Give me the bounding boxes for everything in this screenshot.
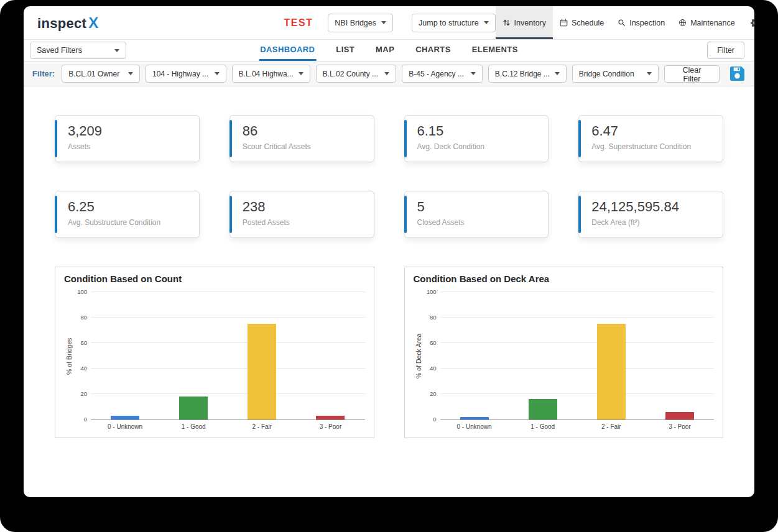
sort-icon bbox=[502, 19, 511, 27]
x-axis-labels: 0 - Unknown1 - Good2 - Fair3 - Poor bbox=[440, 423, 715, 430]
y-axis-title: % of Bridges bbox=[64, 292, 73, 420]
filter-dropdown-owner[interactable]: B.CL.01 Owner bbox=[62, 65, 140, 83]
filter-dropdown-county[interactable]: B.L.02 County ... bbox=[316, 65, 397, 83]
y-tick-label: 0 bbox=[433, 416, 436, 423]
nav-item-maintenance[interactable]: Maintenance bbox=[672, 6, 742, 39]
y-tick-label: 100 bbox=[427, 288, 437, 295]
filter-dropdown-value: B.C.12 Bridge ... bbox=[495, 70, 550, 78]
stat-card-closed-assets: 5 Closed Assets bbox=[404, 191, 549, 238]
stat-card-label: Scour Critical Assets bbox=[243, 142, 365, 151]
chevron-down-icon bbox=[381, 21, 386, 24]
settings-gear-button[interactable] bbox=[748, 18, 754, 28]
chart-bar bbox=[248, 324, 276, 420]
tab-list[interactable]: LIST bbox=[335, 40, 356, 61]
stat-card-label: Avg. Deck Condition bbox=[417, 142, 540, 151]
bar-slot bbox=[228, 292, 296, 420]
database-select[interactable]: NBI Bridges bbox=[328, 14, 393, 32]
y-tick-label: 80 bbox=[430, 314, 437, 321]
plot-column: 020406080100 0 - Unknown1 - Good2 - Fair… bbox=[73, 292, 365, 430]
stat-card-value: 6.25 bbox=[68, 199, 190, 215]
chart: % of Bridges 020406080100 0 - Unknown1 -… bbox=[64, 292, 365, 430]
filter-button[interactable]: Filter bbox=[707, 42, 744, 59]
stat-card-label: Closed Assets bbox=[417, 218, 540, 227]
tab-map[interactable]: MAP bbox=[374, 40, 396, 61]
chart-bar bbox=[665, 412, 694, 420]
chevron-down-icon bbox=[114, 49, 119, 52]
nav-item-label: Inventory bbox=[514, 19, 546, 27]
nav-item-inventory[interactable]: Inventory bbox=[496, 6, 553, 39]
chevron-down-icon bbox=[299, 72, 303, 75]
stat-card-avg-substructure-condition: 6.25 Avg. Substructure Condition bbox=[55, 191, 200, 238]
filter-dropdown-highway[interactable]: 104 - Highway ... bbox=[146, 65, 226, 83]
bars-layer bbox=[440, 292, 715, 420]
y-tick-label: 20 bbox=[430, 390, 437, 397]
saved-filters-value: Saved Filters bbox=[37, 46, 109, 55]
filter-dropdown-value: 104 - Highway ... bbox=[152, 70, 210, 78]
nav-item-inspection[interactable]: Inspection bbox=[611, 6, 672, 39]
x-tick-label: 2 - Fair bbox=[228, 423, 296, 430]
filter-dropdown-bridge-condition[interactable]: Bridge Condition bbox=[572, 65, 659, 83]
y-tick-label: 80 bbox=[80, 314, 87, 321]
view-tabs: DASHBOARD LIST MAP CHARTS ELEMENTS bbox=[259, 40, 519, 61]
database-select-value: NBI Bridges bbox=[335, 19, 376, 27]
filter-dropdown-value: B.CL.01 Owner bbox=[68, 70, 123, 78]
tab-dashboard[interactable]: DASHBOARD bbox=[259, 40, 316, 61]
jump-to-structure-select[interactable]: Jump to structure bbox=[412, 14, 496, 32]
nav-item-schedule[interactable]: Schedule bbox=[553, 6, 611, 39]
y-tick-label: 40 bbox=[80, 365, 87, 372]
plot-area: 020406080100 bbox=[91, 292, 365, 420]
nav-item-label: Maintenance bbox=[690, 19, 735, 27]
chart-bar bbox=[316, 416, 345, 420]
y-tick-label: 0 bbox=[84, 416, 87, 423]
clear-filter-button[interactable]: Clear Filter bbox=[664, 65, 720, 83]
stat-card-scour-critical: 86 Scour Critical Assets bbox=[229, 115, 374, 162]
bar-slot bbox=[159, 292, 228, 420]
stat-card-label: Assets bbox=[68, 142, 190, 151]
x-axis-labels: 0 - Unknown1 - Good2 - Fair3 - Poor bbox=[91, 423, 365, 430]
charts-row: Condition Based on Count % of Bridges 02… bbox=[55, 267, 723, 438]
y-tick-label: 40 bbox=[430, 365, 437, 372]
stat-card-label: Avg. Superstructure Condition bbox=[591, 142, 714, 151]
tab-elements[interactable]: ELEMENTS bbox=[471, 40, 519, 61]
stat-card-value: 5 bbox=[417, 199, 540, 215]
bar-slot bbox=[577, 292, 646, 420]
stat-card-value: 86 bbox=[243, 123, 365, 139]
filter-dropdown-value: B.L.02 County ... bbox=[323, 70, 380, 78]
tabs-bar: Saved Filters DASHBOARD LIST MAP CHARTS … bbox=[24, 40, 754, 62]
bar-slot bbox=[646, 292, 714, 420]
save-filter-button[interactable] bbox=[729, 65, 746, 82]
x-tick-label: 3 - Poor bbox=[296, 423, 364, 430]
chevron-down-icon bbox=[384, 72, 389, 75]
chart-bar bbox=[529, 399, 557, 420]
stat-card-value: 6.15 bbox=[417, 123, 540, 139]
stat-card-deck-area: 24,125,595.84 Deck Area (ft²) bbox=[578, 191, 723, 238]
nav-item-label: Inspection bbox=[629, 19, 665, 27]
chevron-down-icon bbox=[555, 72, 560, 75]
app-logo: inspectX bbox=[37, 14, 98, 32]
chart: % of Deck Area 020406080100 0 - Unknown1… bbox=[414, 292, 715, 430]
filter-dropdown-bridge[interactable]: B.C.12 Bridge ... bbox=[488, 65, 567, 83]
saved-filters-select[interactable]: Saved Filters bbox=[30, 42, 126, 59]
chevron-down-icon bbox=[647, 72, 652, 75]
chart-title: Condition Based on Deck Area bbox=[414, 273, 715, 285]
filter-dropdown-agency[interactable]: B-45 - Agency ... bbox=[402, 65, 483, 83]
x-tick-label: 1 - Good bbox=[159, 423, 228, 430]
stat-card-label: Posted Assets bbox=[243, 218, 365, 227]
nav-item-label: Schedule bbox=[572, 19, 604, 27]
filter-dropdown-highway-system[interactable]: B.L.04 Highwa... bbox=[232, 65, 310, 83]
y-tick-label: 20 bbox=[80, 390, 87, 397]
dashboard-content: 3,209 Assets 86 Scour Critical Assets 6.… bbox=[24, 86, 754, 438]
bars-layer bbox=[91, 292, 365, 420]
stat-card-posted-assets: 238 Posted Assets bbox=[229, 191, 374, 238]
chart-bar bbox=[460, 417, 489, 420]
app-window: inspectX TEST NBI Bridges Jump to struct… bbox=[24, 6, 754, 497]
y-tick-label: 60 bbox=[430, 339, 437, 346]
stat-card-value: 3,209 bbox=[68, 123, 190, 139]
chart-bar bbox=[111, 416, 139, 420]
main-nav: Inventory Schedule Inspection Maintenanc… bbox=[496, 6, 742, 39]
filter-dropdown-value: Bridge Condition bbox=[579, 70, 642, 78]
chart-bar bbox=[597, 324, 626, 420]
chart-panel-condition-count: Condition Based on Count % of Bridges 02… bbox=[55, 267, 374, 438]
chart-panel-condition-deck-area: Condition Based on Deck Area % of Deck A… bbox=[404, 267, 724, 438]
tab-charts[interactable]: CHARTS bbox=[414, 40, 452, 61]
